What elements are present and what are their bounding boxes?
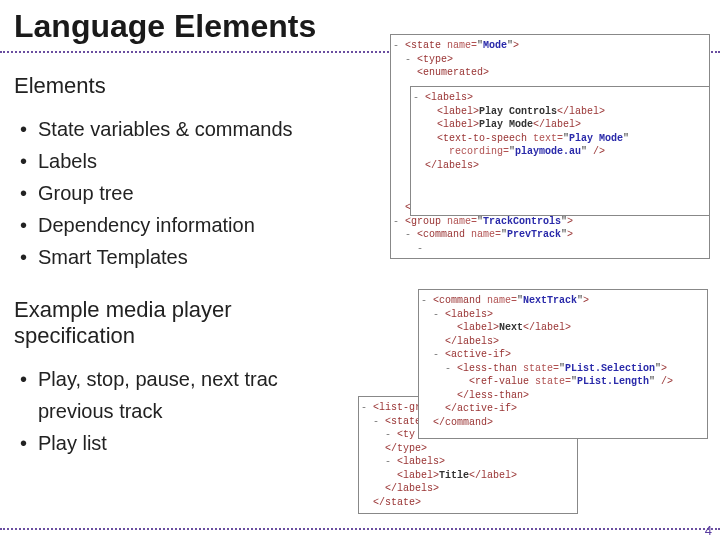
bullet-item: State variables & commands bbox=[38, 113, 356, 145]
bullet-item: Play list bbox=[38, 427, 356, 459]
divider-bottom bbox=[0, 528, 720, 530]
bullet-item: Smart Templates bbox=[38, 241, 356, 273]
code-panel-command: - <command name="NextTrack"> - <labels> … bbox=[418, 289, 708, 439]
example-heading: Example media player specification bbox=[14, 297, 356, 349]
elements-list: State variables & commands Labels Group … bbox=[14, 113, 356, 273]
text-content: Elements State variables & commands Labe… bbox=[0, 55, 370, 459]
bullet-item: Group tree bbox=[38, 177, 356, 209]
example-list: Play, stop, pause, next trac previous tr… bbox=[14, 363, 356, 459]
elements-heading: Elements bbox=[14, 73, 356, 99]
code-panel-labels: - <labels> <label>Play Controls</label> … bbox=[410, 86, 710, 216]
slide-number: 4 bbox=[705, 523, 712, 538]
bullet-item: Play, stop, pause, next trac previous tr… bbox=[38, 363, 356, 427]
bullet-item: Labels bbox=[38, 145, 356, 177]
bullet-item: Dependency information bbox=[38, 209, 356, 241]
